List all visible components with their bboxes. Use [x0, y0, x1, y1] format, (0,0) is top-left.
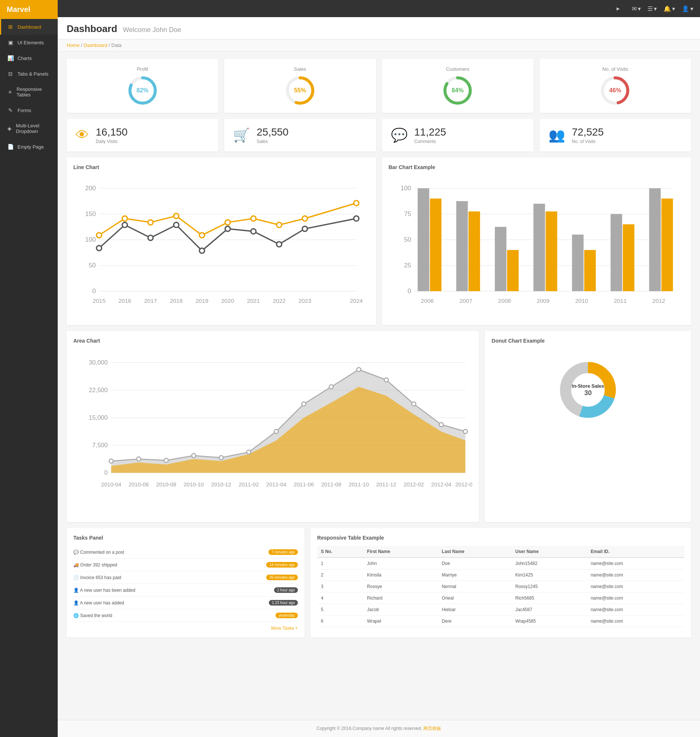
table-row: 1JohnDoeJohn15482name@site.com	[317, 558, 684, 569]
svg-rect-71	[661, 199, 673, 291]
line-chart-svg: 200 150 100 50 0 2015 2016 2017 2018 201…	[74, 175, 369, 317]
svg-point-47	[354, 216, 359, 221]
svg-text:2010-10: 2010-10	[184, 481, 204, 487]
table-cell: 4	[317, 593, 363, 604]
line-chart-card: Line Chart 200 150 100 50 0 2015	[67, 157, 376, 325]
circle-progress-3: 46%	[600, 76, 630, 105]
user-icon[interactable]: 👤 ▾	[682, 5, 693, 12]
sidebar-item-label: Forms	[18, 107, 31, 113]
task-item-2: 📄 Invoice 653 has paid 35 minutes ago	[74, 571, 298, 584]
sidebar-item-label: Charts	[18, 56, 32, 61]
svg-point-100	[357, 368, 361, 372]
svg-text:2011-12: 2011-12	[376, 481, 396, 487]
sidebar-item-charts[interactable]: 📊 Charts	[0, 50, 58, 66]
svg-point-30	[148, 220, 153, 225]
sidebar-toggle-button[interactable]: ►	[611, 6, 625, 12]
svg-text:2011-04: 2011-04	[266, 481, 286, 487]
breadcrumb-current: Data	[111, 43, 121, 48]
stat-num-card-1: 🛒 25,550 Sales	[224, 119, 376, 152]
stat-card-profit: Profit 82%	[67, 59, 218, 113]
donut-center-value: 30	[572, 389, 604, 397]
sidebar-item-dashboard[interactable]: ⊞ Dashboard	[0, 19, 58, 35]
sidebar-nav: ⊞ Dashboard▣ UI Elements📊 Charts⊟ Tabs &…	[0, 19, 58, 154]
page-subtitle: Welcome John Doe	[123, 26, 181, 34]
svg-point-46	[302, 226, 307, 231]
multi-level-icon: ◈	[7, 125, 12, 131]
table-cell: name@site.com	[587, 569, 684, 581]
tasks-panel-title: Tasks Panel	[74, 535, 298, 541]
app-logo[interactable]: Marvel	[0, 0, 58, 19]
svg-text:50: 50	[88, 262, 96, 269]
svg-point-40	[148, 235, 153, 241]
tasks-list: 💬 Commented on a post 7 minutes ago 🚚 Or…	[74, 546, 298, 622]
table-cell: name@site.com	[587, 593, 684, 604]
sidebar-item-multi-level[interactable]: ◈ Multi-Level Dropdown	[0, 118, 58, 139]
table-row: 3RossyeNermalRossy1245name@site.com	[317, 581, 684, 593]
svg-text:2011-10: 2011-10	[349, 481, 369, 487]
svg-rect-66	[572, 235, 584, 291]
svg-text:2008: 2008	[498, 297, 511, 304]
svg-rect-59	[430, 199, 441, 291]
table-cell: Rich5685	[512, 593, 587, 604]
svg-text:2010-04: 2010-04	[101, 481, 121, 487]
svg-rect-70	[649, 188, 660, 291]
table-header: User Name	[512, 546, 587, 558]
sidebar-item-forms[interactable]: ✎ Forms	[0, 102, 58, 118]
area-chart-svg: 30,000 22,500 15,000 7,500 0	[74, 349, 472, 514]
more-tasks-link[interactable]: More Tasks +	[74, 622, 298, 631]
table-cell: Kimsila	[363, 569, 438, 581]
svg-point-37	[354, 200, 359, 206]
svg-text:2012-06: 2012-06	[455, 481, 472, 487]
footer-link[interactable]: 网页模板	[424, 726, 441, 731]
responsive-table: S No.First NameLast NameUser NameEmail I…	[317, 546, 684, 627]
svg-point-39	[122, 222, 127, 228]
table-cell: Jacob	[363, 604, 438, 616]
email-icon[interactable]: ✉ ▾	[632, 5, 641, 12]
svg-point-43	[225, 226, 231, 231]
svg-text:0: 0	[407, 287, 411, 294]
svg-text:15,000: 15,000	[89, 414, 108, 421]
svg-text:2023: 2023	[298, 297, 311, 304]
svg-rect-58	[418, 188, 429, 291]
svg-text:2011-02: 2011-02	[239, 481, 259, 487]
svg-point-42	[200, 248, 205, 253]
task-item-0: 💬 Commented on a post 7 minutes ago	[74, 546, 298, 559]
main-content: ► ✉ ▾ ☰ ▾ 🔔 ▾ 👤 ▾ Dashboard Welcome John…	[58, 0, 700, 737]
svg-point-45	[276, 242, 282, 247]
ui-elements-icon: ▣	[7, 40, 14, 46]
svg-text:2011: 2011	[613, 297, 626, 304]
tabs-panels-icon: ⊟	[7, 71, 14, 77]
sidebar-item-label: Multi-Level Dropdown	[16, 123, 52, 134]
breadcrumb-home[interactable]: Home	[67, 43, 80, 48]
svg-text:30,000: 30,000	[89, 359, 108, 366]
svg-text:150: 150	[85, 210, 96, 218]
breadcrumb-section[interactable]: Dashboard	[84, 43, 107, 48]
task-item-3: 👤 A new user has been added 1 hour ago	[74, 584, 298, 597]
svg-point-32	[200, 233, 205, 238]
sidebar-item-label: Empty Page	[18, 144, 44, 150]
sidebar-item-empty-page[interactable]: 📄 Empty Page	[0, 139, 58, 154]
footer-text: Copyright © 2016.Company name All rights…	[316, 726, 422, 731]
tasks-panel-card: Tasks Panel 💬 Commented on a post 7 minu…	[67, 528, 304, 638]
svg-text:50: 50	[404, 236, 411, 243]
sidebar-item-ui-elements[interactable]: ▣ UI Elements	[0, 35, 58, 50]
donut-chart-card: Donut Chart Example	[485, 331, 691, 522]
svg-text:100: 100	[85, 236, 96, 243]
table-title: Responsive Table Example	[317, 535, 684, 541]
table-cell: 3	[317, 581, 363, 593]
svg-point-95	[219, 456, 224, 460]
svg-point-91	[109, 459, 113, 463]
list-icon[interactable]: ☰ ▾	[647, 5, 657, 12]
svg-text:7,500: 7,500	[92, 442, 108, 449]
table-cell: Doe	[438, 558, 512, 569]
breadcrumb: Home / Dashboard / Data	[58, 40, 700, 51]
svg-text:25: 25	[404, 262, 411, 269]
table-cell: name@site.com	[587, 558, 684, 569]
line-chart-title: Line Chart	[74, 164, 369, 170]
svg-point-103	[439, 423, 443, 427]
sidebar-item-tabs-panels[interactable]: ⊟ Tabs & Panels	[0, 66, 58, 82]
bell-icon[interactable]: 🔔 ▾	[663, 5, 675, 12]
page-header: Dashboard Welcome John Doe	[58, 17, 700, 40]
svg-point-93	[164, 459, 168, 462]
sidebar-item-responsive-tables[interactable]: ≡ Responsive Tables	[0, 82, 58, 102]
